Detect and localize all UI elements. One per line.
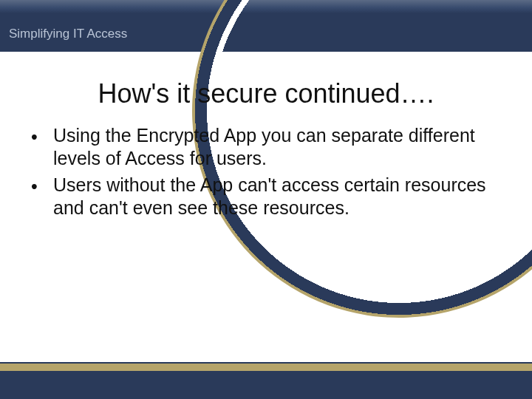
- bullet-text: Users without the App can't access certa…: [53, 174, 501, 219]
- slide-title: How's it secure continued….: [0, 78, 532, 109]
- header-band: Simplifying IT Access: [0, 0, 532, 52]
- list-item: • Users without the App can't access cer…: [31, 174, 501, 219]
- footer-tan-stripe: [0, 364, 532, 371]
- footer: [0, 362, 532, 399]
- header-subtitle: Simplifying IT Access: [9, 27, 127, 41]
- bullet-text: Using the Encrypted App you can separate…: [53, 124, 501, 169]
- footer-navy-band: [0, 371, 532, 399]
- bullet-icon: •: [31, 124, 53, 169]
- body-content: • Using the Encrypted App you can separa…: [31, 124, 501, 223]
- list-item: • Using the Encrypted App you can separa…: [31, 124, 501, 169]
- bullet-icon: •: [31, 174, 53, 219]
